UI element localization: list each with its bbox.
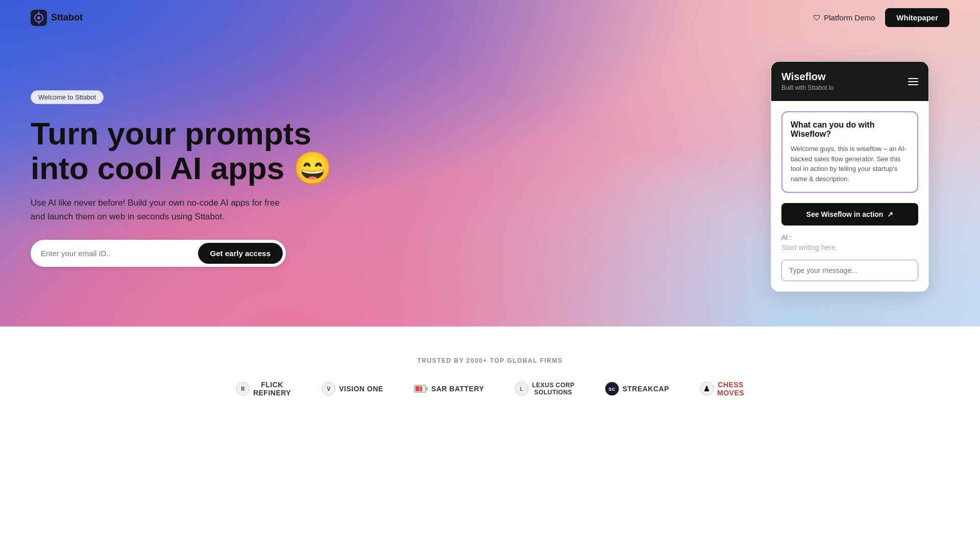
wiseflow-header-left: Wiseflow Built with Sttabot.io <box>781 71 834 92</box>
wiseflow-info-body: Welcome guys, this is wiseflow – an AI-b… <box>791 144 909 184</box>
see-wiseflow-button[interactable]: See Wiseflow in action ↗ <box>781 203 918 226</box>
shield-icon: 🛡 <box>813 13 821 22</box>
svg-rect-10 <box>426 387 428 390</box>
hero-subtitle: Use AI like never before! Build your own… <box>31 196 296 223</box>
svg-text:SC: SC <box>609 387 616 392</box>
wiseflow-info-title: What can you do with Wiseflow? <box>791 120 909 139</box>
trusted-label: TRUSTED BY 2000+ TOP GLOBAL FIRMS <box>31 357 949 364</box>
svg-text:L: L <box>520 386 524 392</box>
logo-streakcap: SC STREAKCAP <box>605 382 669 396</box>
svg-rect-11 <box>415 386 420 391</box>
wiseflow-body: What can you do with Wiseflow? Welcome g… <box>771 101 928 291</box>
chess-moves-icon: ♟ <box>700 382 714 396</box>
logo-icon <box>31 10 47 26</box>
logo-lexus-corp: L Lexus CorpSolutions <box>514 382 574 396</box>
wiseflow-header: Wiseflow Built with Sttabot.io <box>771 62 928 101</box>
hamburger-icon[interactable] <box>908 78 918 85</box>
email-input[interactable] <box>41 249 198 258</box>
hero-content: Welcome to Sttabot Turn your prompts int… <box>0 29 363 298</box>
vision-one-label: VISION ONE <box>339 385 383 393</box>
ai-placeholder-text: Start writing here. <box>781 243 918 252</box>
hero-title: Turn your prompts into cool AI apps 😄 <box>31 116 332 186</box>
platform-demo-link[interactable]: 🛡 Platform Demo <box>813 13 875 22</box>
welcome-badge: Welcome to Sttabot <box>31 90 104 104</box>
logo-chess-moves: ♟ CHESSMOVES <box>700 381 744 397</box>
svg-text:V: V <box>327 386 331 392</box>
wiseflow-card-container: Wiseflow Built with Sttabot.io What can … <box>771 61 929 292</box>
logo[interactable]: Sttabot <box>31 10 83 26</box>
message-input[interactable] <box>781 260 918 281</box>
logo-vision-one: V VISION ONE <box>322 382 383 396</box>
wiseflow-info-box: What can you do with Wiseflow? Welcome g… <box>781 111 918 193</box>
navbar: Sttabot 🛡 Platform Demo Whitepaper <box>0 0 980 35</box>
flick-refinery-label: FLICKREFINERY <box>253 381 291 397</box>
logo-sar-battery: SAR BATTERY <box>414 385 484 393</box>
logos-row: R FLICKREFINERY V VISION ONE SAR BATTERY <box>31 381 949 397</box>
wiseflow-subtitle: Built with Sttabot.io <box>781 84 834 91</box>
sar-battery-icon <box>414 385 428 393</box>
nav-right: 🛡 Platform Demo Whitepaper <box>813 8 949 27</box>
vision-one-icon: V <box>322 382 336 396</box>
svg-point-2 <box>37 16 40 19</box>
svg-text:♟: ♟ <box>703 385 710 393</box>
early-access-button[interactable]: Get early access <box>198 243 283 264</box>
svg-rect-12 <box>420 386 422 391</box>
hero-emoji: 😄 <box>293 151 332 186</box>
hero-title-line2: into cool AI apps <box>31 151 284 186</box>
external-link-icon: ↗ <box>887 210 893 218</box>
logo-text: Sttabot <box>51 12 83 23</box>
svg-text:R: R <box>241 386 245 392</box>
lexus-corp-icon: L <box>514 382 529 396</box>
chess-moves-label: CHESSMOVES <box>717 381 744 397</box>
whitepaper-button[interactable]: Whitepaper <box>885 8 949 27</box>
ai-label: AI : <box>781 234 918 241</box>
wiseflow-card: Wiseflow Built with Sttabot.io What can … <box>771 61 929 292</box>
streakcap-icon: SC <box>605 382 619 396</box>
trusted-section: TRUSTED BY 2000+ TOP GLOBAL FIRMS R FLIC… <box>0 327 980 417</box>
flick-refinery-icon: R <box>236 382 250 396</box>
streakcap-label: STREAKCAP <box>622 385 669 393</box>
hero-section: Welcome to Sttabot Turn your prompts int… <box>0 0 980 327</box>
email-form: Get early access <box>31 240 286 267</box>
wiseflow-title: Wiseflow <box>781 71 834 83</box>
lexus-corp-label: Lexus CorpSolutions <box>532 382 574 396</box>
sar-battery-label: SAR BATTERY <box>431 385 484 393</box>
logo-flick-refinery: R FLICKREFINERY <box>236 381 291 397</box>
hero-title-line1: Turn your prompts <box>31 116 311 151</box>
